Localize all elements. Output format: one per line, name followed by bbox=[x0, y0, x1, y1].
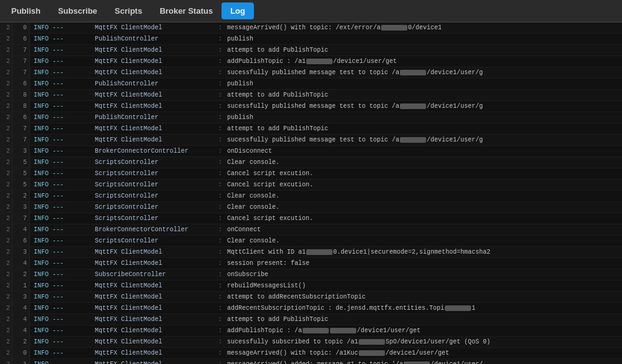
log-row: 2 3 INFO --- MqttFX ClientModel : MqttCl… bbox=[0, 247, 622, 258]
log-row: 2 7 INFO --- MqttFX ClientModel : attemp… bbox=[0, 45, 622, 56]
col-index1: 2 bbox=[0, 56, 12, 67]
col-sep: : bbox=[217, 112, 225, 123]
col-index1: 2 bbox=[0, 325, 12, 336]
col-index1: 2 bbox=[0, 236, 12, 246]
col-msg: Cancel script excution. bbox=[225, 213, 622, 224]
col-sep: : bbox=[217, 258, 225, 269]
col-sep: : bbox=[217, 280, 225, 291]
col-index1: 2 bbox=[0, 101, 12, 112]
col-msg: rebuildMessagesList() bbox=[225, 280, 622, 291]
nav-subscribe[interactable]: Subscribe bbox=[49, 2, 106, 19]
col-source: MqttFX ClientModel bbox=[92, 258, 217, 269]
col-index1: 2 bbox=[0, 191, 12, 201]
log-row: 2 2 INFO --- SubscribeController : onSub… bbox=[0, 269, 622, 280]
log-row: 2 3 INFO --- ScriptsController : Clear c… bbox=[0, 202, 622, 213]
col-level: INFO --- bbox=[30, 314, 92, 325]
col-sep: : bbox=[217, 101, 225, 112]
col-index1: 2 bbox=[0, 303, 12, 314]
col-level: INFO --- bbox=[30, 22, 92, 33]
col-source: ScriptsController bbox=[92, 168, 217, 179]
log-row: 2 4 INFO --- MqttFX ClientModel : addPub… bbox=[0, 325, 622, 337]
col-index2: 7 bbox=[12, 56, 30, 67]
col-sep: : bbox=[217, 292, 225, 302]
col-source: ScriptsController bbox=[92, 213, 217, 224]
log-row: 2 1 INFO --- MqttFX ClientModel : messag… bbox=[0, 359, 622, 364]
col-sep: : bbox=[217, 79, 225, 89]
col-level: INFO --- bbox=[30, 247, 92, 257]
col-index1: 2 bbox=[0, 247, 12, 257]
col-index1: 2 bbox=[0, 258, 12, 269]
col-index2: 7 bbox=[12, 213, 30, 224]
col-index1: 2 bbox=[0, 269, 12, 280]
col-level: INFO --- bbox=[30, 337, 92, 347]
col-level: INFO --- bbox=[30, 202, 92, 213]
col-index1: 2 bbox=[0, 180, 12, 190]
col-source: ScriptsController bbox=[92, 191, 217, 201]
col-index2: 8 bbox=[12, 101, 30, 112]
col-index2: 6 bbox=[12, 112, 30, 123]
col-source: PublishController bbox=[92, 112, 217, 123]
col-index1: 2 bbox=[0, 168, 12, 179]
col-msg: sucessfully published message test to to… bbox=[225, 67, 622, 78]
col-msg: attempt to addRecentSubscriptionTopic bbox=[225, 292, 622, 302]
log-row: 2 6 INFO --- PublishController : publish bbox=[0, 79, 622, 90]
col-index1: 2 bbox=[0, 146, 12, 156]
log-row: 2 4 INFO --- MqttFX ClientModel : addRec… bbox=[0, 303, 622, 314]
col-sep: : bbox=[217, 22, 225, 33]
col-index2: 7 bbox=[12, 135, 30, 145]
col-level: INFO --- bbox=[30, 258, 92, 269]
col-index1: 2 bbox=[0, 348, 12, 358]
log-row: 2 4 INFO --- BrokerConnectorController :… bbox=[0, 224, 622, 236]
nav-log[interactable]: Log bbox=[221, 2, 254, 19]
col-msg: messageArrived() with topic: /a1Kuc /dev… bbox=[225, 348, 622, 358]
col-sep: : bbox=[217, 202, 225, 213]
col-source: MqttFX ClientModel bbox=[92, 45, 217, 55]
col-index2: 7 bbox=[12, 45, 30, 55]
nav-publish[interactable]: Publish bbox=[2, 2, 49, 19]
log-row: 2 7 INFO --- MqttFX ClientModel : attemp… bbox=[0, 123, 622, 135]
col-index2: 6 bbox=[12, 34, 30, 44]
col-index1: 2 bbox=[0, 79, 12, 89]
col-index1: 2 bbox=[0, 34, 12, 44]
col-sep: : bbox=[217, 67, 225, 78]
col-sep: : bbox=[217, 157, 225, 168]
col-source: MqttFX ClientModel bbox=[92, 337, 217, 347]
nav-scripts[interactable]: Scripts bbox=[106, 2, 151, 19]
col-sep: : bbox=[217, 213, 225, 224]
col-index1: 2 bbox=[0, 90, 12, 100]
col-level: INFO --- bbox=[30, 180, 92, 190]
log-row: 2 1 INFO --- MqttFX ClientModel : rebuil… bbox=[0, 280, 622, 292]
col-msg: onDisconnect bbox=[225, 146, 622, 156]
col-source: MqttFX ClientModel bbox=[92, 280, 217, 291]
col-level: INFO --- bbox=[30, 135, 92, 145]
col-index1: 2 bbox=[0, 224, 12, 235]
col-level: INFO --- bbox=[30, 213, 92, 224]
col-level: INFO --- bbox=[30, 157, 92, 168]
col-level: INFO --- bbox=[30, 280, 92, 291]
col-index2: 2 bbox=[12, 337, 30, 347]
col-msg: publish bbox=[225, 79, 622, 89]
col-index2: 3 bbox=[12, 247, 30, 257]
col-msg: Cancel script excution. bbox=[225, 168, 622, 179]
col-level: INFO --- bbox=[30, 45, 92, 55]
log-row: 2 7 INFO --- MqttFX ClientModel : sucess… bbox=[0, 135, 622, 146]
col-level: INFO --- bbox=[30, 325, 92, 336]
col-sep: : bbox=[217, 337, 225, 347]
col-sep: : bbox=[217, 56, 225, 67]
col-sep: : bbox=[217, 269, 225, 280]
col-sep: : bbox=[217, 359, 225, 364]
col-source: MqttFX ClientModel bbox=[92, 247, 217, 257]
col-level: INFO --- bbox=[30, 123, 92, 134]
col-msg: publish bbox=[225, 112, 622, 123]
col-source: MqttFX ClientModel bbox=[92, 135, 217, 145]
log-row: 2 6 INFO --- ScriptsController : Clear c… bbox=[0, 236, 622, 247]
col-level: INFO --- bbox=[30, 146, 92, 156]
col-source: PublishController bbox=[92, 34, 217, 44]
col-sep: : bbox=[217, 314, 225, 325]
log-row: 2 5 INFO --- ScriptsController : Clear c… bbox=[0, 157, 622, 168]
col-msg: onSubscribe bbox=[225, 269, 622, 280]
col-index2: 5 bbox=[12, 157, 30, 168]
nav-broker-status[interactable]: Broker Status bbox=[151, 2, 221, 19]
col-index2: 0 bbox=[12, 22, 30, 33]
col-source: MqttFX ClientModel bbox=[92, 56, 217, 67]
